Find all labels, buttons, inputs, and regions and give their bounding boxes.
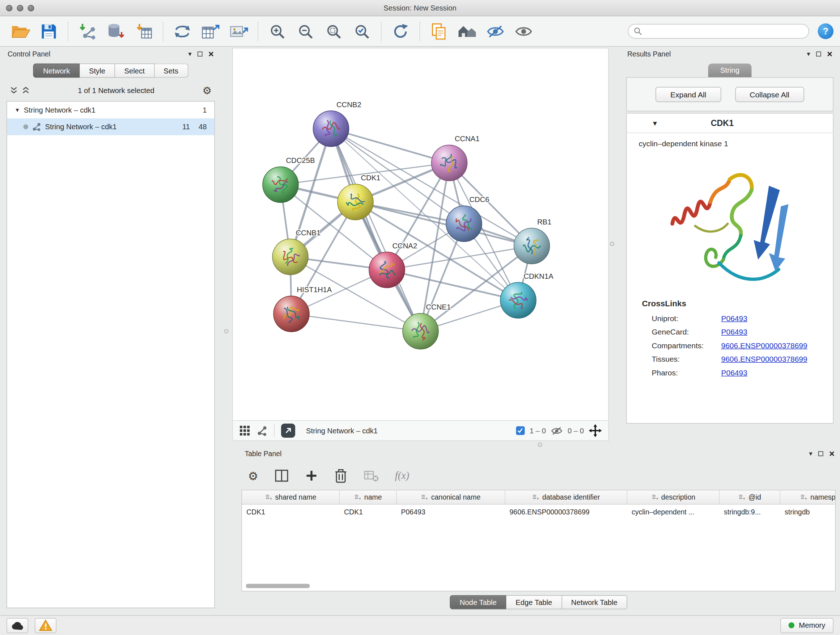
table-row[interactable]: CDK1 CDK1 P06493 9606.ENSP00000378699 cy… — [242, 505, 835, 519]
column-header-name[interactable]: name — [340, 491, 397, 504]
export-image-button[interactable] — [225, 19, 253, 44]
save-session-button[interactable] — [35, 19, 63, 44]
pan-move-icon[interactable] — [589, 424, 602, 437]
panel-menu-icon[interactable]: ▾ — [809, 450, 813, 457]
column-sort-icon — [421, 494, 428, 501]
gear-icon[interactable]: ⚙ — [202, 85, 212, 96]
export-table-button[interactable] — [196, 19, 225, 44]
arrow-up-right-icon — [284, 427, 292, 434]
tab-network-table[interactable]: Network Table — [562, 595, 627, 609]
show-graphics-details-button[interactable] — [510, 19, 538, 44]
home-button[interactable] — [453, 19, 482, 44]
column-header-canonical-name[interactable]: canonical name — [397, 491, 505, 504]
search-box[interactable] — [628, 24, 809, 39]
crosslink-link[interactable]: P06493 — [722, 328, 747, 336]
panel-menu-icon[interactable]: ▾ — [188, 51, 192, 57]
protein-description: cyclin–dependent kinase 1 — [627, 133, 833, 148]
zoom-selected-icon — [354, 23, 370, 40]
tab-style[interactable]: Style — [80, 64, 115, 78]
copy-document-button[interactable] — [425, 19, 453, 44]
column-header-namespace[interactable]: namespace — [780, 491, 836, 504]
horizontal-scrollbar-thumb[interactable] — [246, 584, 310, 588]
expand-all-button[interactable]: Expand All — [655, 87, 721, 102]
cell-id: stringdb:9... — [720, 505, 780, 519]
hide-selected-button[interactable] — [482, 19, 510, 44]
table-panel-title: Table Panel — [245, 449, 282, 458]
crosslink-row: Pharos: P06493 — [627, 363, 833, 377]
hidden-eye-slash-icon[interactable] — [551, 426, 562, 435]
zoom-selected-button[interactable] — [348, 19, 376, 44]
svg-text:CCNB1: CCNB1 — [296, 229, 321, 237]
selected-checkbox-icon[interactable] — [516, 426, 524, 435]
network-canvas-svg[interactable]: CCNB2CCNA1CDC25BCDK1CDC6RB1CCNB1CCNA2CDK… — [233, 49, 608, 421]
column-header-description[interactable]: description — [627, 491, 720, 504]
memory-status-dot — [789, 623, 795, 629]
import-table-file-button[interactable] — [130, 19, 158, 44]
tab-edge-table[interactable]: Edge Table — [507, 595, 562, 609]
table-header-row: shared name name canonical name database… — [242, 491, 835, 505]
vertical-splitter-handle[interactable] — [610, 242, 614, 246]
current-network-name: String Network – cdk1 — [306, 426, 378, 435]
collection-count: 1 — [202, 106, 207, 114]
open-session-button[interactable] — [6, 19, 35, 44]
collapse-all-icon[interactable] — [10, 86, 18, 95]
tab-node-table[interactable]: Node Table — [450, 595, 507, 609]
tab-select[interactable]: Select — [115, 64, 155, 78]
panel-menu-icon[interactable]: ▾ — [807, 51, 810, 57]
panel-close-icon[interactable]: × — [827, 49, 832, 59]
network-row[interactable]: String Network – cdk1 11 48 — [7, 119, 215, 135]
vertical-splitter-handle[interactable] — [224, 329, 229, 333]
horizontal-splitter-handle[interactable] — [538, 443, 542, 447]
refresh-layout-button[interactable] — [386, 19, 415, 44]
panel-float-icon[interactable] — [818, 451, 823, 456]
column-header-database-identifier[interactable]: database identifier — [505, 491, 628, 504]
collapse-all-button[interactable]: Collapse All — [735, 87, 804, 102]
panel-float-icon[interactable] — [197, 51, 202, 57]
table-panel: Table Panel ▾ × ⚙ f(x) shared name name … — [237, 448, 840, 613]
panel-close-icon[interactable]: × — [829, 449, 835, 458]
zoom-in-icon — [269, 23, 286, 40]
delete-trash-icon[interactable] — [334, 468, 347, 483]
tree-caret-icon[interactable]: ▼ — [15, 107, 20, 113]
crosslink-link[interactable]: 9606.ENSP00000378699 — [722, 341, 807, 350]
protein-collapse-caret-icon[interactable]: ▼ — [652, 119, 658, 127]
zoom-in-button[interactable] — [264, 19, 292, 44]
crosslink-link[interactable]: P06493 — [722, 368, 747, 377]
network-arrows-icon — [173, 23, 192, 40]
panel-close-icon[interactable]: × — [208, 49, 214, 59]
warnings-button[interactable] — [35, 618, 57, 633]
zoom-out-button[interactable] — [292, 19, 320, 44]
show-columns-icon[interactable] — [275, 469, 289, 483]
help-button[interactable]: ? — [818, 24, 834, 40]
network-collection-row[interactable]: ▼ String Network – cdk1 1 — [7, 102, 215, 119]
panel-float-icon[interactable] — [816, 51, 821, 57]
zoom-fit-button[interactable] — [320, 19, 348, 44]
crosslink-link[interactable]: 9606.ENSP00000378699 — [722, 355, 807, 363]
import-network-database-button[interactable] — [102, 19, 130, 44]
crosslink-row: Compartments: 9606.ENSP00000378699 — [627, 336, 833, 350]
table-settings-gear-icon[interactable]: ⚙ — [248, 470, 258, 481]
tab-network[interactable]: Network — [33, 64, 80, 78]
expand-all-icon[interactable] — [22, 86, 30, 95]
crosslink-label: Tissues: — [652, 355, 722, 363]
network-share-icon — [32, 122, 42, 132]
tab-sets[interactable]: Sets — [155, 64, 188, 78]
column-sort-icon — [354, 494, 361, 501]
export-network-button[interactable] — [168, 19, 196, 44]
column-header-shared-name[interactable]: shared name — [242, 491, 340, 504]
birds-eye-grid-icon[interactable] — [240, 425, 250, 436]
cloud-button[interactable] — [6, 618, 28, 633]
add-column-plus-icon[interactable] — [305, 469, 318, 482]
import-network-file-button[interactable] — [73, 19, 102, 44]
crosslink-link[interactable]: P06493 — [722, 314, 747, 323]
search-input[interactable] — [646, 27, 803, 35]
function-builder-button[interactable]: f(x) — [395, 470, 409, 482]
column-header-id[interactable]: @id — [720, 491, 780, 504]
network-overview-icon[interactable] — [257, 425, 268, 436]
tab-string[interactable]: String — [708, 64, 752, 78]
column-sort-icon — [532, 494, 539, 501]
annotation-mode-button[interactable] — [281, 424, 295, 438]
memory-button[interactable]: Memory — [780, 618, 834, 633]
column-sort-icon — [265, 494, 272, 501]
svg-text:CCNB2: CCNB2 — [336, 101, 362, 109]
